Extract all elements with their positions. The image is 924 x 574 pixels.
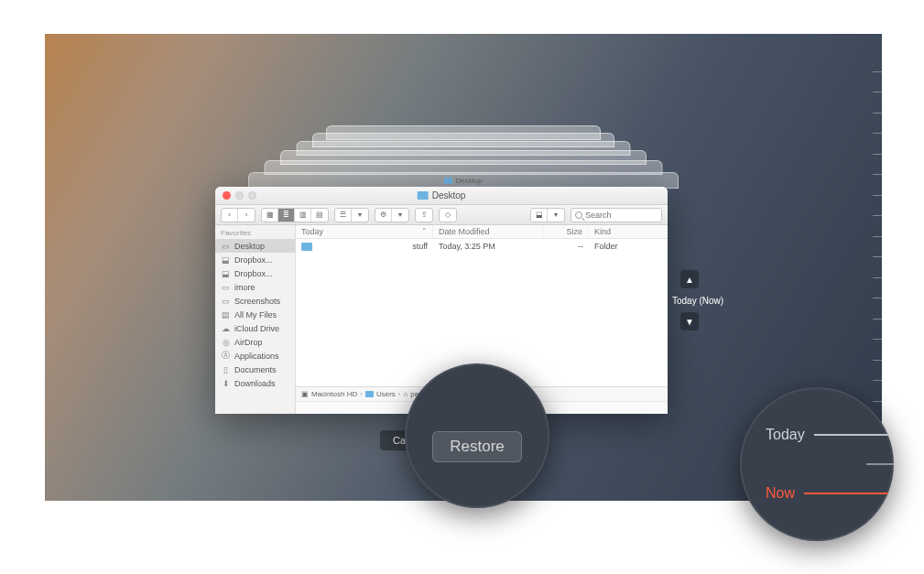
- folder-icon: [444, 178, 452, 184]
- timeline-up-button[interactable]: ▲: [680, 270, 699, 288]
- timeline-mid-row: [766, 463, 894, 465]
- desktop-icon: ▭: [221, 241, 231, 251]
- column-view-button[interactable]: ▥: [295, 209, 311, 222]
- sidebar-item-label: AirDrop: [234, 338, 263, 347]
- sidebar: Favorites ▭Desktop ⬓Dropbox... ⬓Dropbox.…: [215, 225, 296, 414]
- file-name-cell: stuff: [296, 241, 433, 252]
- minimize-button[interactable]: [235, 191, 244, 200]
- column-modified[interactable]: Date Modified: [433, 225, 543, 238]
- zoom-button[interactable]: [248, 191, 256, 200]
- view-switcher: ▦ ≣ ▥ ▤: [261, 208, 329, 222]
- sidebar-item-applications[interactable]: ⒶApplications: [215, 349, 295, 363]
- sidebar-item-desktop[interactable]: ▭Desktop: [215, 239, 295, 253]
- sidebar-item-label: iCloud Drive: [234, 324, 279, 333]
- share-icon: ⇪: [416, 209, 432, 222]
- file-size: --: [543, 241, 589, 252]
- search-input[interactable]: [585, 211, 649, 220]
- nav-back-forward: ‹ ›: [221, 208, 255, 222]
- titlebar[interactable]: Desktop: [215, 187, 668, 205]
- dropbox-icon: ⬓: [221, 255, 231, 265]
- sidebar-item-imore[interactable]: ▭imore: [215, 280, 295, 294]
- icon-view-button[interactable]: ▦: [262, 209, 278, 222]
- toolbar: ‹ › ▦ ≣ ▥ ▤ ☰ ▾ ⚙ ▾ ⇪ ◇: [215, 205, 668, 225]
- sidebar-item-icloud[interactable]: ☁iCloud Drive: [215, 321, 295, 335]
- arrange-menu[interactable]: ☰ ▾: [334, 208, 369, 222]
- dropbox-icon: ⬓: [221, 268, 231, 278]
- column-headers: Today˄ Date Modified Size Kind: [296, 225, 668, 239]
- column-kind[interactable]: Kind: [589, 225, 668, 238]
- sidebar-item-documents[interactable]: ▯Documents: [215, 363, 295, 376]
- today-label: Today: [766, 427, 805, 443]
- timeline-current-label: Today (Now): [672, 296, 723, 306]
- coverflow-view-button[interactable]: ▤: [311, 209, 328, 222]
- gear-icon: ⚙: [375, 209, 392, 222]
- tick-line: [866, 463, 894, 465]
- sidebar-item-label: All My Files: [234, 310, 277, 319]
- file-name: stuff: [412, 242, 428, 251]
- sidebar-item-label: imore: [234, 283, 255, 292]
- chevron-down-icon: ▼: [685, 317, 694, 327]
- path-segment[interactable]: Users: [376, 390, 396, 398]
- sidebar-item-all-my-files[interactable]: ▤All My Files: [215, 308, 295, 321]
- sidebar-item-dropbox[interactable]: ⬓Dropbox...: [215, 253, 295, 266]
- list-view-button[interactable]: ≣: [278, 209, 295, 222]
- arrange-icon: ☰: [335, 209, 352, 222]
- dropbox-menu[interactable]: ⬓ ▾: [530, 208, 565, 222]
- sidebar-item-downloads[interactable]: ⬇Downloads: [215, 376, 295, 390]
- chevron-down-icon: ▾: [352, 209, 368, 222]
- path-segment[interactable]: Macintosh HD: [311, 390, 357, 398]
- close-button[interactable]: [223, 191, 231, 200]
- sidebar-item-screenshots[interactable]: ▭Screenshots: [215, 294, 295, 308]
- tick-line: [804, 493, 894, 494]
- magnifier-restore: Restore: [405, 363, 549, 508]
- dropbox-icon: ⬓: [531, 209, 548, 222]
- tags-button[interactable]: ◇: [439, 208, 457, 222]
- search-field[interactable]: [571, 208, 662, 222]
- now-label: Now: [766, 485, 795, 502]
- timeline-today-row[interactable]: Today: [766, 427, 894, 443]
- folder-icon: [365, 391, 374, 397]
- folder-icon: [418, 191, 429, 200]
- timeline-down-button[interactable]: ▼: [680, 312, 699, 330]
- restore-button[interactable]: Restore: [432, 431, 522, 462]
- tags-icon: ◇: [440, 209, 456, 222]
- sidebar-item-label: Dropbox...: [234, 255, 273, 265]
- sidebar-item-label: Dropbox...: [234, 269, 273, 278]
- restore-label: Restore: [450, 438, 505, 455]
- documents-icon: ▯: [221, 364, 231, 374]
- sidebar-item-label: Screenshots: [234, 297, 280, 306]
- folder-icon: ▭: [221, 296, 231, 306]
- airdrop-icon: ◎: [221, 337, 231, 347]
- column-size[interactable]: Size: [543, 225, 589, 238]
- share-button[interactable]: ⇪: [415, 208, 433, 222]
- tick-line: [814, 434, 894, 436]
- window-title-text: Desktop: [432, 190, 466, 200]
- column-name[interactable]: Today˄: [296, 225, 433, 238]
- file-kind: Folder: [589, 241, 668, 252]
- sidebar-item-label: Applications: [234, 352, 279, 361]
- icloud-icon: ☁: [221, 323, 231, 333]
- all-files-icon: ▤: [221, 309, 231, 319]
- sidebar-item-label: Documents: [234, 365, 277, 374]
- sidebar-item-airdrop[interactable]: ◎AirDrop: [215, 335, 295, 349]
- ghost-title: Desktop: [455, 177, 482, 185]
- file-modified: Today, 3:25 PM: [433, 241, 543, 252]
- traffic-lights: [223, 191, 256, 200]
- timeline-now-row[interactable]: Now: [766, 485, 894, 502]
- back-button[interactable]: ‹: [222, 209, 238, 222]
- sidebar-item-label: Downloads: [234, 379, 276, 388]
- window-title: Desktop: [418, 190, 466, 200]
- chevron-down-icon: ▾: [392, 209, 408, 222]
- folder-icon: ▭: [221, 282, 231, 292]
- action-menu[interactable]: ⚙ ▾: [375, 208, 409, 222]
- apps-icon: Ⓐ: [221, 351, 231, 361]
- downloads-icon: ⬇: [221, 378, 231, 388]
- forward-button[interactable]: ›: [238, 209, 255, 222]
- sidebar-item-dropbox[interactable]: ⬓Dropbox...: [215, 266, 295, 280]
- sidebar-section-header: Favorites: [215, 225, 295, 239]
- chevron-down-icon: ▾: [548, 209, 564, 222]
- sidebar-item-label: Desktop: [234, 242, 265, 251]
- search-icon: [575, 211, 582, 219]
- table-row[interactable]: stuff Today, 3:25 PM -- Folder: [296, 239, 668, 254]
- folder-icon: [301, 243, 312, 251]
